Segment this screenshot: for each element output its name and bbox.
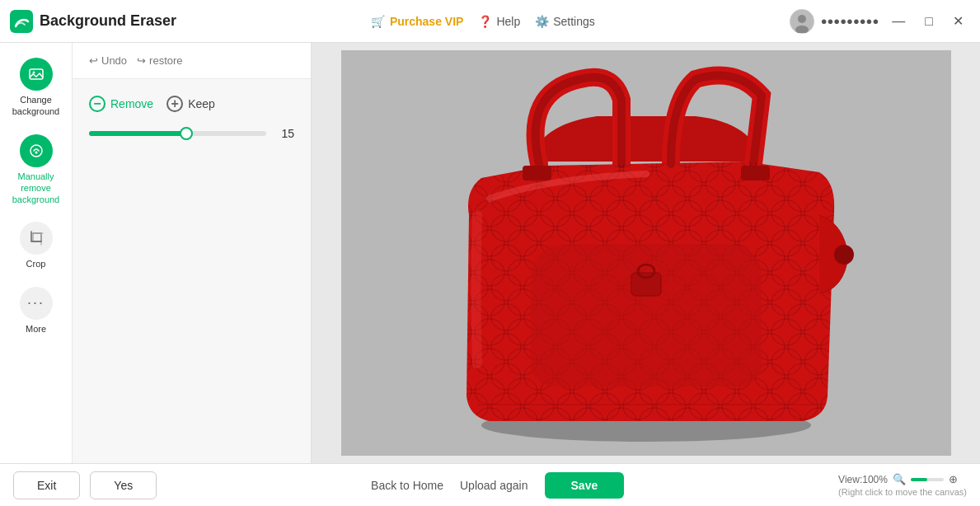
crop-label: Crop (26, 258, 46, 269)
manually-remove-icon (20, 134, 53, 167)
yes-button[interactable]: Yes (90, 471, 157, 499)
bottom-right-info: View:100% 🔍 ⊕ (Right click to move the c… (838, 473, 967, 497)
title-bar-left: Background Eraser (10, 10, 176, 33)
crop-icon (20, 222, 53, 255)
sidebar-item-crop[interactable]: Crop (7, 215, 66, 276)
bottom-bar: Exit Yes Back to Home Upload again Save … (0, 463, 980, 506)
bag-svg (341, 50, 951, 456)
main-layout: Change background Manually remove backgr… (0, 43, 980, 463)
svg-point-2 (798, 15, 806, 23)
zoom-track[interactable] (911, 478, 944, 481)
username-label: ●●●●●●●●● (821, 15, 879, 27)
more-icon: ··· (20, 287, 53, 320)
app-logo-icon (10, 10, 33, 33)
zoom-label: View:100% (838, 474, 888, 485)
canvas-hint: (Right click to move the canvas) (838, 487, 967, 497)
svg-point-6 (30, 145, 42, 157)
canvas-image (341, 50, 951, 456)
sidebar-item-manually-remove[interactable]: Manually remove background (7, 128, 66, 213)
slider-row: 15 (89, 127, 294, 140)
change-background-icon (20, 58, 53, 91)
slider-fill (89, 131, 186, 136)
zoom-in-button[interactable]: ⊕ (949, 473, 958, 485)
help-icon: ❓ (478, 15, 492, 28)
settings-icon: ⚙️ (535, 15, 549, 28)
restore-button[interactable]: ↪ restore (137, 54, 182, 67)
bottom-center-buttons: Back to Home Upload again Save (371, 472, 624, 499)
change-background-label: Change background (12, 94, 60, 118)
maximize-button[interactable]: □ (918, 11, 940, 32)
svg-rect-18 (631, 273, 661, 296)
remove-button[interactable]: − Remove (89, 96, 153, 112)
slider-thumb[interactable] (180, 127, 193, 140)
slider-track[interactable] (89, 131, 266, 136)
manually-remove-label: Manually remove background (12, 171, 60, 206)
zoom-row: View:100% 🔍 ⊕ (838, 473, 967, 485)
title-bar-right: ●●●●●●●●● — □ ✕ (790, 9, 970, 34)
keep-button[interactable]: + Keep (166, 96, 215, 112)
help-button[interactable]: ❓ Help (478, 15, 520, 28)
slider-value: 15 (274, 127, 294, 140)
zoom-out-button[interactable]: 🔍 (893, 473, 906, 485)
avatar (790, 9, 814, 34)
undo-icon: ↩ (89, 54, 98, 67)
cart-icon: 🛒 (371, 15, 385, 28)
sidebar-item-more[interactable]: ··· More (7, 280, 66, 341)
sidebar-item-change-background[interactable]: Change background (7, 51, 66, 124)
back-to-home-button[interactable]: Back to Home (371, 479, 443, 492)
sidebar: Change background Manually remove backgr… (0, 43, 73, 463)
svg-rect-0 (10, 10, 33, 33)
canvas-area[interactable] (312, 43, 980, 463)
app-title: Background Eraser (40, 12, 176, 30)
purchase-vip-button[interactable]: 🛒 Purchase VIP (371, 15, 464, 28)
svg-point-20 (834, 245, 854, 265)
tool-panel-content: − Remove + Keep 15 (73, 79, 311, 463)
tool-panel-toolbar: ↩ Undo ↪ restore (73, 43, 311, 79)
svg-point-7 (35, 151, 37, 153)
upload-again-button[interactable]: Upload again (460, 479, 528, 492)
undo-button[interactable]: ↩ Undo (89, 54, 127, 67)
remove-icon: − (89, 96, 106, 112)
minimize-button[interactable]: — (885, 11, 912, 32)
save-button[interactable]: Save (545, 472, 625, 499)
tool-panel: ↩ Undo ↪ restore − Remove + Keep (73, 43, 312, 463)
remove-keep-row: − Remove + Keep (89, 96, 294, 112)
keep-icon: + (166, 96, 183, 112)
svg-rect-16 (523, 166, 551, 180)
svg-rect-17 (741, 166, 770, 180)
title-bar-center: 🛒 Purchase VIP ❓ Help ⚙️ Settings (371, 15, 595, 28)
zoom-fill (911, 478, 927, 481)
more-label: More (26, 323, 46, 335)
restore-icon: ↪ (137, 54, 146, 67)
exit-button[interactable]: Exit (13, 471, 80, 499)
svg-rect-8 (33, 233, 41, 241)
settings-button[interactable]: ⚙️ Settings (535, 15, 595, 28)
title-bar: Background Eraser 🛒 Purchase VIP ❓ Help … (0, 0, 980, 43)
close-button[interactable]: ✕ (946, 10, 970, 32)
bottom-left-buttons: Exit Yes (13, 471, 157, 499)
